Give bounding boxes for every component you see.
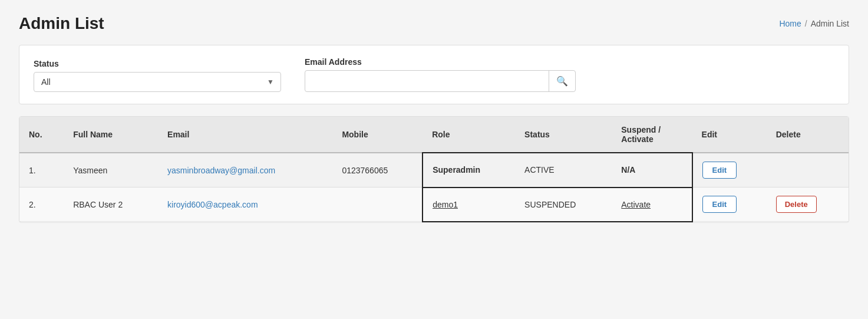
cell-status: SUSPENDED (515, 188, 612, 222)
breadcrumb-separator: / (805, 19, 807, 28)
cell-email: kiroyid600@acpeak.com (158, 188, 332, 222)
email-filter-group: Email Address 🔍 (305, 57, 576, 92)
cell-suspend-activate: N/A (612, 153, 692, 188)
col-status: Status (515, 117, 612, 153)
cell-delete: Delete (767, 188, 849, 222)
email-link[interactable]: yasminbroadway@gmail.com (167, 166, 275, 175)
col-mobile: Mobile (332, 117, 423, 153)
col-no: No. (19, 117, 64, 153)
breadcrumb: Home / Admin List (779, 14, 849, 28)
page-header: Admin List Home / Admin List (19, 14, 849, 33)
cell-mobile: 0123766065 (332, 153, 423, 188)
col-edit: Edit (692, 117, 767, 153)
col-fullname: Full Name (64, 117, 158, 153)
breadcrumb-current: Admin List (811, 19, 849, 28)
status-select[interactable]: All Active Suspended (34, 72, 281, 92)
col-email: Email (158, 117, 332, 153)
email-link[interactable]: kiroyid600@acpeak.com (167, 200, 258, 209)
status-filter-label: Status (34, 59, 281, 68)
breadcrumb-home-link[interactable]: Home (779, 19, 801, 28)
cell-status: ACTIVE (515, 153, 612, 188)
page-title: Admin List (19, 14, 104, 33)
search-icon: 🔍 (556, 76, 568, 86)
filter-panel: Status All Active Suspended ▼ Email Addr… (19, 45, 849, 104)
email-filter-label: Email Address (305, 57, 576, 67)
activate-link[interactable]: Activate (621, 200, 651, 209)
admin-table-wrapper: No. Full Name Email Mobile Role Status S… (19, 116, 849, 223)
cell-mobile (332, 188, 423, 222)
cell-no: 2. (19, 188, 64, 222)
col-delete: Delete (767, 117, 849, 153)
admin-table: No. Full Name Email Mobile Role Status S… (19, 117, 849, 222)
cell-fullname: Yasmeen (64, 153, 158, 188)
delete-button[interactable]: Delete (776, 196, 817, 213)
edit-button[interactable]: Edit (702, 196, 737, 213)
cell-no: 1. (19, 153, 64, 188)
table-header-row: No. Full Name Email Mobile Role Status S… (19, 117, 849, 153)
role-link[interactable]: demo1 (433, 200, 458, 209)
status-select-wrapper: All Active Suspended ▼ (34, 72, 281, 92)
cell-edit: Edit (692, 153, 767, 188)
table-row: 1. Yasmeen yasminbroadway@gmail.com 0123… (19, 153, 849, 188)
edit-button[interactable]: Edit (702, 162, 737, 179)
table-row: 2. RBAC User 2 kiroyid600@acpeak.com dem… (19, 188, 849, 222)
cell-email: yasminbroadway@gmail.com (158, 153, 332, 188)
cell-delete (767, 153, 849, 188)
email-search-wrapper: 🔍 (305, 70, 576, 92)
col-role: Role (423, 117, 515, 153)
cell-edit: Edit (692, 188, 767, 222)
cell-fullname: RBAC User 2 (64, 188, 158, 222)
cell-role: Superadmin (423, 153, 515, 188)
status-filter-group: Status All Active Suspended ▼ (34, 59, 281, 92)
col-suspend-activate: Suspend /Activate (612, 117, 692, 153)
cell-suspend-activate: Activate (612, 188, 692, 222)
email-search-input[interactable] (305, 72, 549, 91)
cell-role: demo1 (423, 188, 515, 222)
search-button[interactable]: 🔍 (549, 71, 575, 91)
admin-table-container: No. Full Name Email Mobile Role Status S… (19, 116, 849, 223)
